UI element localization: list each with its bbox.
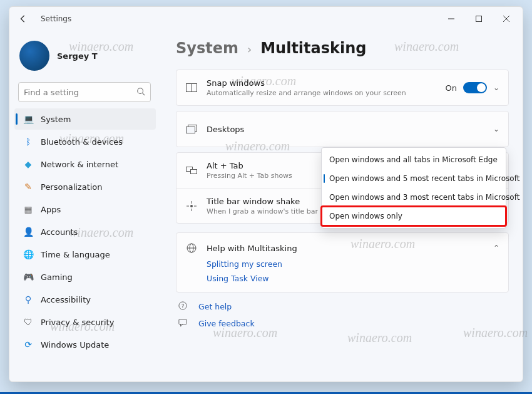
svg-rect-22 (179, 319, 187, 324)
shake-icon (185, 201, 198, 211)
svg-line-5 (143, 93, 145, 95)
svg-rect-11 (191, 170, 197, 174)
row-desc: Automatically resize and arrange windows… (207, 89, 436, 97)
window-title: Settings (41, 14, 71, 23)
dropdown-option[interactable]: Open windows and all tabs in Microsoft E… (322, 150, 506, 169)
snap-toggle[interactable] (463, 82, 487, 93)
shake-row[interactable]: Title bar window shake When I grab a win… (176, 188, 508, 223)
alttab-shake-card: Alt + Tab Pressing Alt + Tab shows Title… (176, 152, 509, 224)
nav-icon: 🛡 (23, 317, 33, 327)
sidebar-item-label: Bluetooth & devices (41, 137, 123, 147)
nav-icon: 👤 (23, 227, 33, 237)
chevron-down-icon[interactable]: ⌄ (493, 125, 499, 133)
chevron-up-icon[interactable]: ⌃ (493, 244, 499, 252)
search-input[interactable] (24, 88, 136, 97)
dropdown-option[interactable]: Open windows only (322, 207, 506, 226)
help-links: Splitting my screenUsing Task View (185, 259, 499, 283)
settings-window: Settings Sergey T 💻SystemᛒBluetooth & de… (9, 6, 523, 382)
sidebar-item-privacy-security[interactable]: 🛡Privacy & security (14, 311, 156, 333)
nav-icon: ✎ (23, 182, 33, 192)
nav-icon: ▦ (23, 204, 33, 214)
profile-block[interactable]: Sergey T (14, 36, 156, 80)
row-title: Snap windows (207, 78, 436, 88)
sidebar-item-windows-update[interactable]: ⟳Windows Update (14, 334, 156, 355)
svg-point-12 (190, 205, 193, 207)
sidebar-item-accessibility[interactable]: ⚲Accessibility (14, 289, 156, 310)
sidebar-item-label: Apps (41, 205, 61, 214)
breadcrumb: System › Multitasking (176, 39, 509, 57)
nav-icon: 🎮 (23, 272, 33, 282)
sidebar-item-label: Network & internet (41, 160, 118, 169)
chevron-right-icon: › (247, 43, 252, 56)
back-button[interactable] (14, 10, 32, 28)
titlebar: Settings (9, 7, 523, 31)
sidebar-item-gaming[interactable]: 🎮Gaming (14, 266, 156, 288)
close-icon (503, 16, 509, 22)
help-link[interactable]: Using Task View (207, 274, 499, 283)
sidebar-item-system[interactable]: 💻System (14, 108, 156, 130)
chevron-down-icon[interactable]: ⌄ (493, 83, 499, 92)
sidebar-item-accounts[interactable]: 👤Accounts (14, 221, 156, 242)
search-icon (136, 86, 145, 98)
desktops-row[interactable]: Desktops ⌄ (176, 111, 508, 147)
close-button[interactable] (493, 9, 520, 28)
row-title: Desktops (207, 125, 484, 134)
sidebar-item-label: Accounts (41, 227, 78, 237)
nav-icon: ⚲ (23, 294, 33, 304)
globe-icon (185, 243, 198, 253)
minimize-button[interactable] (437, 9, 465, 28)
nav-icon: ᛒ (23, 137, 33, 147)
footer-links: ? Get help Give feedback (176, 301, 509, 329)
svg-text:?: ? (182, 303, 185, 309)
snap-windows-card: Snap windows Automatically resize and ar… (176, 70, 509, 106)
give-feedback-link[interactable]: Give feedback (176, 318, 509, 329)
help-icon: ? (178, 301, 190, 312)
snap-windows-row[interactable]: Snap windows Automatically resize and ar… (176, 70, 508, 105)
help-header[interactable]: Help with Multitasking ⌃ (185, 239, 499, 259)
search-box[interactable] (18, 82, 151, 102)
sidebar-item-bluetooth-devices[interactable]: ᛒBluetooth & devices (14, 131, 156, 152)
content-pane: System › Multitasking Snap windows Autom… (158, 31, 523, 381)
minimize-icon (448, 16, 454, 22)
feedback-icon (178, 318, 190, 329)
desktops-icon (185, 125, 198, 133)
svg-rect-9 (187, 127, 195, 133)
dropdown-option[interactable]: Open windows and 3 most recent tabs in M… (322, 188, 506, 207)
sidebar: Sergey T 💻SystemᛒBluetooth & devices◆Net… (9, 31, 158, 381)
alttab-icon (185, 167, 198, 174)
nav-icon: ⟳ (23, 340, 33, 350)
help-link[interactable]: Splitting my screen (207, 259, 499, 269)
arrow-left-icon (19, 14, 28, 23)
sidebar-item-label: Privacy & security (41, 318, 114, 327)
breadcrumb-parent[interactable]: System (176, 39, 238, 57)
breadcrumb-current: Multitasking (260, 39, 366, 57)
sidebar-item-apps[interactable]: ▦Apps (14, 199, 156, 220)
svg-point-4 (138, 88, 143, 93)
sidebar-item-label: Time & language (41, 250, 110, 259)
get-help-link[interactable]: ? Get help (176, 301, 509, 312)
sidebar-item-personalization[interactable]: ✎Personalization (14, 176, 156, 197)
nav-icon: 🌐 (23, 249, 33, 259)
nav-icon: ◆ (23, 159, 33, 169)
sidebar-item-network-internet[interactable]: ◆Network & internet (14, 153, 156, 175)
sidebar-item-label: Gaming (41, 272, 73, 282)
sidebar-item-time-language[interactable]: 🌐Time & language (14, 244, 156, 265)
alttab-dropdown[interactable]: Open windows and all tabs in Microsoft E… (321, 147, 506, 229)
maximize-icon (476, 16, 482, 22)
desktops-card: Desktops ⌄ (176, 111, 509, 147)
user-name: Sergey T (57, 51, 98, 61)
sidebar-item-label: System (41, 115, 71, 124)
help-card: Help with Multitasking ⌃ Splitting my sc… (176, 232, 509, 293)
sidebar-item-label: Windows Update (41, 340, 109, 350)
avatar (19, 41, 49, 71)
nav-list: 💻SystemᛒBluetooth & devices◆Network & in… (14, 108, 156, 355)
sidebar-item-label: Personalization (41, 182, 103, 192)
snap-state-label: On (445, 83, 456, 93)
sidebar-item-label: Accessibility (41, 295, 91, 304)
nav-icon: 💻 (23, 114, 33, 124)
help-title: Help with Multitasking (207, 244, 297, 253)
svg-rect-1 (476, 16, 482, 22)
dropdown-option[interactable]: Open windows and 5 most recent tabs in M… (322, 169, 506, 188)
snap-icon (185, 83, 198, 92)
maximize-button[interactable] (465, 9, 493, 28)
